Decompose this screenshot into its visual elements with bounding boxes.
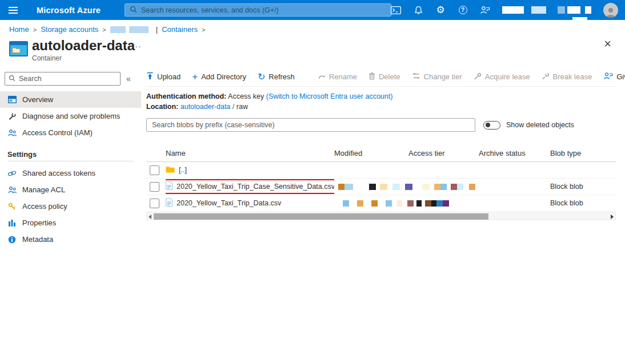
sidebar-item-properties[interactable]: Properties: [0, 215, 141, 231]
wrench-icon: [7, 112, 17, 121]
azure-logo[interactable]: Microsoft Azure: [37, 6, 101, 15]
sidebar-item-manage-acl[interactable]: Manage ACL: [0, 181, 141, 198]
location-path: raw: [237, 103, 248, 111]
feedback-person-icon: [603, 72, 613, 82]
sidebar: Search « Overview Diagnose and solve pro…: [0, 67, 141, 364]
refresh-icon: ↻: [258, 72, 265, 82]
column-header-archive-status[interactable]: Archive status: [479, 149, 550, 157]
acquire-lease-button[interactable]: Acquire lease: [474, 72, 530, 82]
divider: [7, 161, 133, 161]
sidebar-item-diagnose[interactable]: Diagnose and solve problems: [0, 108, 141, 124]
column-header-blob-type[interactable]: Blob type: [550, 149, 616, 157]
rename-button[interactable]: Rename: [318, 72, 357, 82]
horizontal-scrollbar[interactable]: [146, 212, 616, 220]
redacted-storage-account-name: [110, 26, 149, 33]
search-icon: [130, 5, 137, 15]
row-checkbox[interactable]: [150, 182, 159, 192]
table-row[interactable]: 2020_Yellow_Taxi_Trip_Case_Sensitive_Dat…: [146, 179, 616, 195]
global-search-input[interactable]: Search resources, services, and docs (G+…: [125, 3, 391, 17]
break-lease-icon: [542, 72, 550, 82]
blade-info: Authentication method: Access key (Switc…: [146, 92, 616, 112]
people-icon: [7, 128, 17, 137]
topbar-actions: ⚙ ?: [391, 0, 625, 20]
switch-auth-link[interactable]: (Switch to Microsoft Entra user account): [266, 92, 393, 100]
info-icon: [7, 235, 17, 244]
change-tier-button[interactable]: Change tier: [412, 72, 462, 81]
notifications-bell-icon[interactable]: [413, 5, 423, 15]
column-header-modified[interactable]: Modified: [334, 149, 408, 157]
scrollbar-thumb[interactable]: [154, 213, 488, 220]
global-search-placeholder: Search resources, services, and docs (G+…: [141, 6, 279, 14]
swap-arrows-icon: [412, 72, 420, 81]
cloud-shell-icon[interactable]: [391, 5, 401, 15]
settings-heading: Settings: [7, 150, 141, 159]
trash-icon: [368, 72, 375, 82]
container-icon: [9, 41, 28, 59]
settings-gear-icon[interactable]: ⚙: [435, 5, 446, 15]
sidebar-item-overview[interactable]: Overview: [0, 91, 141, 108]
location-container-link[interactable]: autoloader-data: [181, 103, 231, 111]
show-deleted-label: Show deleted objects: [506, 121, 574, 129]
upload-button[interactable]: Upload: [146, 72, 181, 82]
overview-container-icon: [7, 95, 17, 104]
table-row[interactable]: 2020_Yellow_Taxi_Trip_Data.csv Block blo…: [146, 195, 616, 212]
blob-name[interactable]: [..]: [179, 166, 187, 174]
show-deleted-toggle[interactable]: [483, 121, 500, 130]
feedback-icon[interactable]: [480, 5, 490, 15]
sidebar-search-input[interactable]: Search: [5, 72, 121, 86]
plus-icon: +: [192, 72, 198, 82]
toolbar: Upload + Add Directory ↻ Refresh Rename: [146, 67, 616, 86]
row-checkbox[interactable]: [150, 199, 159, 208]
scroll-right-arrow-icon[interactable]: [611, 215, 614, 219]
scroll-left-arrow-icon[interactable]: [149, 215, 151, 219]
refresh-button[interactable]: ↻ Refresh: [258, 72, 295, 82]
file-icon: [166, 198, 173, 208]
blob-prefix-search-input[interactable]: [146, 118, 475, 132]
sidebar-item-access-policy[interactable]: Access policy: [0, 198, 141, 215]
filter-row: Show deleted objects: [146, 118, 616, 132]
file-icon: [166, 181, 173, 192]
give-feedback-button[interactable]: Give feedback: [603, 72, 625, 82]
blob-name[interactable]: 2020_Yellow_Taxi_Trip_Case_Sensitive_Dat…: [177, 183, 334, 191]
people-icon: [7, 185, 17, 195]
sidebar-item-access-control-iam[interactable]: Access Control (IAM): [0, 124, 141, 141]
collapse-sidebar-icon[interactable]: «: [126, 74, 131, 83]
add-directory-button[interactable]: + Add Directory: [192, 72, 246, 82]
help-icon[interactable]: ?: [458, 5, 468, 15]
blob-type-value: Block blob: [550, 199, 616, 207]
auth-method-value: Access key: [228, 92, 264, 100]
breadcrumb-containers[interactable]: Containers: [162, 25, 198, 34]
column-header-name[interactable]: Name: [166, 149, 334, 157]
breadcrumb-storage-accounts[interactable]: Storage accounts: [41, 25, 98, 34]
lease-icon: [474, 72, 482, 82]
key-icon: [7, 202, 17, 211]
row-checkbox[interactable]: [150, 165, 159, 175]
highlight-red-box: 2020_Yellow_Taxi_Trip_Case_Sensitive_Dat…: [166, 179, 334, 194]
redacted-row-details: [334, 195, 550, 211]
page-subtitle: Container: [32, 54, 62, 62]
break-lease-button[interactable]: Break lease: [542, 72, 592, 82]
breadcrumb: Home > Storage accounts > | Containers >: [9, 25, 205, 34]
redacted-row-details: [334, 179, 550, 195]
hamburger-menu-icon[interactable]: [0, 7, 26, 14]
page-title: autoloader-data: [32, 38, 135, 54]
close-blade-icon[interactable]: ×: [604, 38, 611, 50]
delete-button[interactable]: Delete: [368, 72, 400, 82]
sidebar-item-shared-access-tokens[interactable]: Shared access tokens: [0, 165, 141, 181]
blob-type-value: Block blob: [550, 183, 616, 191]
links-icon: [7, 169, 17, 178]
bars-icon: [7, 219, 17, 228]
table-header-row: Name Modified Access tier Archive status…: [146, 144, 616, 162]
location-label: Location:: [146, 103, 178, 111]
redacted-account-info: [502, 6, 591, 14]
upload-icon: [146, 72, 154, 82]
sidebar-item-metadata[interactable]: Metadata: [0, 231, 141, 248]
folder-icon: [166, 165, 175, 175]
blob-name[interactable]: 2020_Yellow_Taxi_Trip_Data.csv: [177, 199, 281, 207]
table-row[interactable]: [..]: [146, 162, 616, 179]
breadcrumb-home[interactable]: Home: [9, 25, 29, 34]
divider: [146, 86, 616, 87]
column-header-access-tier[interactable]: Access tier: [408, 149, 479, 157]
account-avatar[interactable]: [603, 3, 618, 18]
more-options-icon[interactable]: ···: [131, 41, 142, 51]
